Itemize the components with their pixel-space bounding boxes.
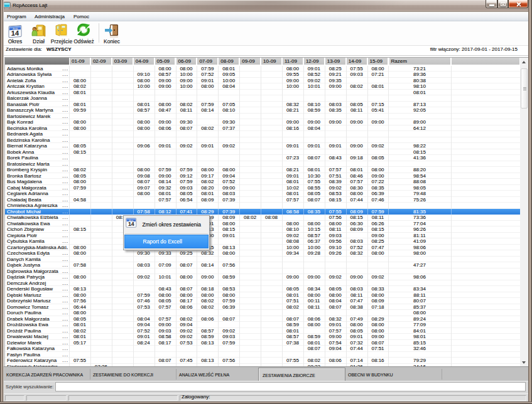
- svg-text:14: 14: [128, 221, 134, 227]
- svg-text:14: 14: [11, 29, 19, 37]
